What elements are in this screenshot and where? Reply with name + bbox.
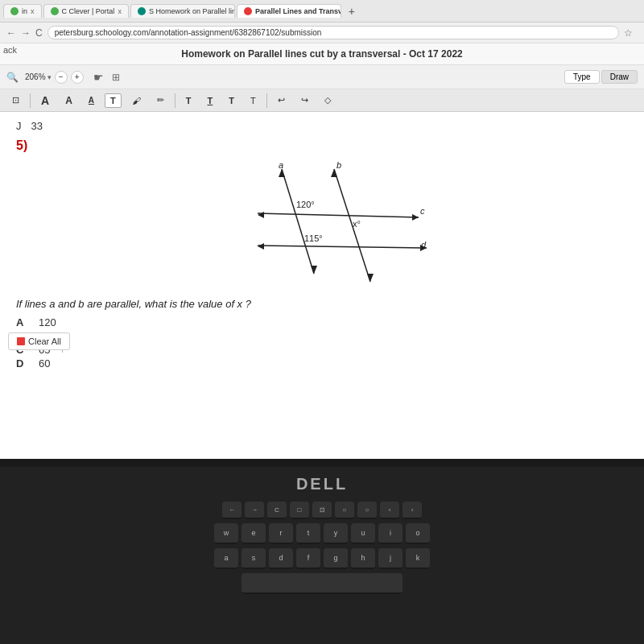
- key-circle1[interactable]: ○: [335, 502, 354, 519]
- arrow-a-down: [311, 266, 317, 274]
- t2-text-btn[interactable]: T: [105, 93, 122, 108]
- tab-parallel[interactable]: Parallel Lines and Transversals x: [237, 4, 341, 18]
- hand-tool-icon[interactable]: ☛: [93, 71, 104, 84]
- tab-1[interactable]: in x: [3, 4, 42, 18]
- question-text: If lines a and b are parallel, what is t…: [16, 298, 628, 310]
- tab-homework[interactable]: S Homework on Parallel lines cut t x: [130, 4, 235, 18]
- nav-refresh-button[interactable]: C: [35, 27, 43, 39]
- nav-forward-button[interactable]: →: [21, 27, 31, 39]
- t2-resize-btn[interactable]: ⊡: [6, 93, 25, 108]
- key-o[interactable]: o: [406, 523, 430, 544]
- problem-j-label: J: [16, 120, 22, 132]
- key-d[interactable]: d: [269, 548, 293, 569]
- laptop-keyboard: DELL ← → C □ ⊡ ○ ○ ‹ › w e r t y u i o a…: [0, 467, 644, 644]
- page-title: Homework on Parallel lines cut by a tran…: [0, 43, 644, 65]
- type-button[interactable]: Type: [564, 70, 600, 84]
- keyboard-row-home: a s d f g h j k: [214, 548, 430, 569]
- key-g[interactable]: g: [324, 548, 348, 569]
- key-h[interactable]: h: [351, 548, 375, 569]
- tab-clever-close[interactable]: x: [118, 7, 122, 15]
- tab-clever-label: C Clever | Portal: [62, 7, 115, 15]
- t2-separator-3: [266, 93, 267, 108]
- add-tab-button[interactable]: +: [343, 2, 361, 20]
- diagram-container: a b c d 120° 115° x°: [16, 161, 628, 290]
- t2-text-style4-btn[interactable]: T: [245, 93, 262, 108]
- key-s[interactable]: s: [242, 548, 266, 569]
- tab-clever[interactable]: C Clever | Portal x: [43, 4, 129, 18]
- tab-homework-favicon: [138, 7, 146, 15]
- key-k[interactable]: k: [406, 548, 430, 569]
- url-input[interactable]: petersburg.schoology.com/annotation-assi…: [47, 26, 619, 39]
- tab-parallel-favicon: [244, 7, 252, 15]
- key-lt[interactable]: ‹: [380, 502, 399, 519]
- dell-logo: DELL: [16, 475, 628, 493]
- choice-b-value: 115: [39, 330, 628, 342]
- svg-line-2: [258, 213, 419, 217]
- key-w[interactable]: w: [214, 523, 238, 544]
- key-circle2[interactable]: ○: [357, 502, 377, 519]
- t2-font-med-btn[interactable]: A: [60, 93, 78, 109]
- answer-choices: A 120 B 115 C 65 + D 60: [16, 316, 628, 369]
- label-120: 120°: [296, 200, 315, 209]
- keyboard-row-space: [242, 573, 402, 594]
- toolbar-left: 🔍 206% ▾ − + ☛ ⊞: [6, 71, 120, 84]
- zoom-dropdown-icon[interactable]: ▾: [47, 73, 52, 81]
- t2-pen-btn[interactable]: ✏: [151, 93, 170, 108]
- nav-back-button[interactable]: ←: [6, 27, 16, 39]
- t2-separator-1: [30, 93, 31, 108]
- tab1-label: in: [22, 7, 27, 15]
- t2-font-small-btn[interactable]: A: [83, 93, 100, 107]
- t2-text-style2-btn[interactable]: T: [202, 93, 219, 108]
- key-arrow-right[interactable]: →: [245, 502, 264, 519]
- keyboard-row-nav: ← → C □ ⊡ ○ ○ ‹ ›: [222, 502, 422, 519]
- label-b: b: [336, 161, 341, 170]
- t2-undo-btn[interactable]: ↩: [272, 93, 291, 108]
- choice-a-letter: A: [16, 316, 32, 328]
- t2-text-style1-btn[interactable]: T: [180, 93, 197, 108]
- toolbar-2: ⊡ A A A T 🖌 ✏ T T T T ↩ ↪ ◇: [0, 89, 644, 112]
- t2-diamond-btn[interactable]: ◇: [319, 93, 336, 108]
- key-c[interactable]: C: [267, 502, 287, 519]
- arrow-c-right: [412, 214, 419, 221]
- type-draw-toolbar: Type Draw: [564, 70, 638, 84]
- key-u[interactable]: u: [351, 523, 375, 544]
- choice-d-letter: D: [16, 357, 32, 369]
- t2-highlight-btn[interactable]: 🖌: [126, 93, 147, 108]
- draw-button[interactable]: Draw: [601, 70, 638, 84]
- t2-text-style3-btn[interactable]: T: [223, 93, 240, 108]
- key-y[interactable]: y: [324, 523, 348, 544]
- bookmark-icon[interactable]: ☆: [624, 27, 633, 39]
- key-window[interactable]: □: [290, 502, 309, 519]
- key-t[interactable]: t: [296, 523, 320, 544]
- key-f[interactable]: f: [296, 548, 320, 569]
- zoom-in-button[interactable]: +: [71, 71, 84, 84]
- arrow-a-up: [279, 169, 285, 177]
- key-r[interactable]: r: [269, 523, 293, 544]
- t2-redo-btn[interactable]: ↪: [295, 93, 314, 108]
- key-space[interactable]: [242, 573, 402, 594]
- arrow-b-up: [331, 169, 337, 177]
- key-gt[interactable]: ›: [402, 502, 422, 519]
- t2-font-large-btn[interactable]: A: [35, 92, 55, 109]
- key-j[interactable]: j: [378, 548, 402, 569]
- svg-line-3: [258, 246, 427, 248]
- label-a: a: [279, 161, 283, 170]
- keyboard-row-top: w e r t y u i o: [214, 523, 430, 544]
- arrow-c-left: [258, 212, 264, 218]
- back-label[interactable]: ack: [0, 43, 20, 56]
- tab1-close[interactable]: x: [31, 7, 35, 15]
- tab-homework-label: S Homework on Parallel lines cut t: [149, 7, 235, 15]
- browser-window: in x C Clever | Portal x S Homework on P…: [0, 0, 644, 459]
- clear-icon: [17, 337, 25, 345]
- label-c: c: [420, 206, 425, 216]
- clear-all-button[interactable]: Clear All: [8, 332, 70, 350]
- tab-parallel-label: Parallel Lines and Transversals: [255, 7, 341, 15]
- key-e[interactable]: e: [242, 523, 266, 544]
- label-x: x°: [353, 219, 361, 229]
- key-i[interactable]: i: [378, 523, 402, 544]
- zoom-out-button[interactable]: −: [55, 71, 68, 84]
- key-window2[interactable]: ⊡: [312, 502, 332, 519]
- layout-icon[interactable]: ⊞: [112, 72, 120, 83]
- key-arrow-left[interactable]: ←: [222, 502, 242, 519]
- key-a[interactable]: a: [214, 548, 238, 569]
